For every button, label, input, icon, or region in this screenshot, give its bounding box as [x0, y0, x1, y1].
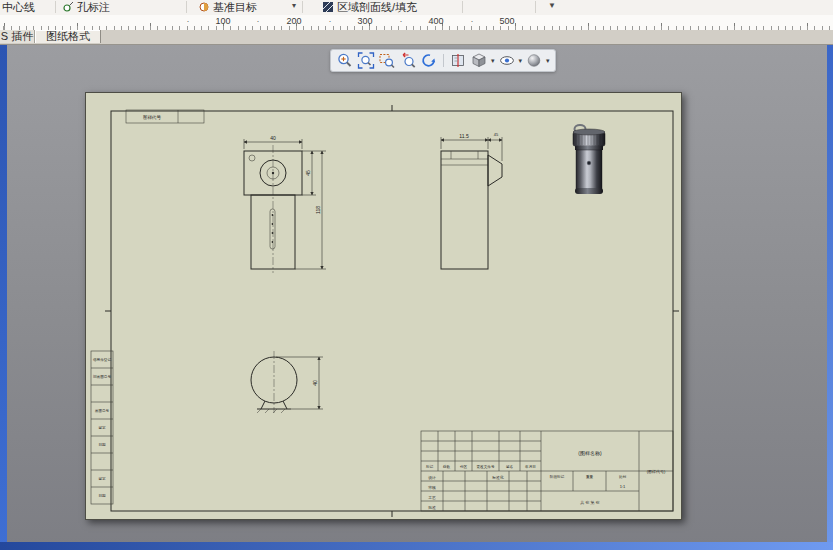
dim-side-cone: 45 — [494, 132, 499, 137]
scale-value: 1:1 — [620, 484, 626, 489]
drawing-sheet[interactable]: 图样代号 40 45 — [85, 92, 682, 520]
left-table-row: 借用件登记 — [93, 357, 111, 362]
weight-label: 重量 — [586, 474, 594, 479]
flyout-chevron-icon[interactable]: ▾ — [292, 1, 296, 10]
rev-header-cell: 处数 — [443, 464, 451, 469]
rev-header-cell: 分区 — [460, 465, 468, 469]
ruler-mark-400: 400 — [428, 16, 443, 26]
toolbar-overflow-chevron-icon[interactable]: ▼ — [548, 1, 556, 10]
sheet-count: 共 张 第 张 — [580, 500, 599, 505]
ruler-dot: · — [471, 16, 474, 26]
sig-label: 批准 — [428, 505, 436, 510]
tab-addins-label: S 插件 — [1, 30, 33, 42]
ruler-dot: · — [187, 16, 190, 26]
left-table-row: 日期 — [98, 494, 106, 498]
front-view[interactable]: 40 45 118 — [244, 135, 326, 274]
window-frame-left — [0, 44, 7, 550]
toolbar-item-hole-callout[interactable]: 孔标注 — [62, 0, 110, 14]
left-table-row: 日期 — [98, 443, 106, 447]
scale-label: 比例 — [619, 475, 627, 479]
toolbar-separator — [302, 1, 303, 13]
title-block: 标记 处数 分区 更改文件号 签名 年月日 设计 审核 工艺 批准 标准化 阶段… — [421, 431, 673, 511]
view-orientation-chevron-icon[interactable]: ▾ — [491, 52, 495, 69]
area-hatch-icon — [322, 1, 334, 13]
view-orientation-cube-icon[interactable] — [470, 52, 488, 69]
left-margin-table: 借用件登记 旧底图总号 底图总号 签字 日期 签字 日期 — [91, 351, 113, 504]
sphere-view[interactable]: 40 — [251, 351, 323, 413]
section-view-icon[interactable] — [449, 52, 467, 69]
toolbar-separator — [186, 1, 187, 13]
left-table-row: 旧底图总号 — [93, 374, 111, 379]
datum-target-icon — [198, 1, 210, 13]
heads-up-view-toolbar: ▾ ▾ ▾ — [330, 49, 556, 72]
standardization-label: 标准化 — [491, 475, 504, 480]
dim-front-head-height: 45 — [305, 170, 311, 176]
hole-callout-icon — [62, 1, 74, 13]
previous-view-icon[interactable] — [399, 52, 417, 69]
toolbar-item-label: 中心线 — [2, 0, 35, 14]
left-table-row: 签字 — [98, 425, 106, 430]
ruler-mark-200: 200 — [286, 16, 301, 26]
drawing-code: (图样代号) — [647, 469, 666, 474]
ruler-dot: · — [400, 16, 403, 26]
rev-header-cell: 更改文件号 — [477, 464, 495, 469]
annotation-toolbar: 中心线 孔标注 基准目标 ▾ 区域剖面线/填充 ▼ — [0, 0, 833, 16]
sig-label: 审核 — [428, 485, 436, 490]
zoom-to-fit-icon[interactable] — [357, 52, 375, 69]
dim-sphere-height: 40 — [312, 380, 318, 386]
rotate-view-icon[interactable] — [420, 52, 438, 69]
display-style-chevron-icon[interactable]: ▾ — [546, 52, 550, 69]
hud-separator — [443, 54, 444, 67]
rev-header-cell: 标记 — [425, 464, 434, 469]
ruler-dot: · — [257, 16, 260, 26]
horizontal-ruler: · 100 · 200 · 300 · 400 · 500 — [0, 15, 833, 31]
tab-sheet-format-label: 图纸格式 — [46, 30, 90, 42]
dim-side-width: 11.5 — [459, 133, 469, 139]
drawing-name: (图样名称) — [578, 450, 602, 457]
isometric-3d-view[interactable] — [573, 125, 605, 194]
window-frame-bottom — [0, 542, 833, 550]
sheet-tabs-bar: S 插件 图纸格式 — [0, 30, 833, 45]
sig-label: 设计 — [428, 475, 436, 480]
side-view[interactable]: 11.5 45 — [441, 132, 502, 270]
toolbar-item-centerline[interactable]: 中心线 — [2, 0, 35, 14]
toolbar-separator — [462, 1, 463, 13]
sheet-linework: 图样代号 40 45 — [86, 93, 681, 519]
display-style-sphere-icon[interactable] — [525, 52, 543, 69]
corner-label: 图样代号 — [143, 115, 162, 120]
sig-label: 工艺 — [428, 495, 436, 500]
hide-show-items-chevron-icon[interactable]: ▾ — [519, 52, 523, 69]
ruler-dot: · — [329, 16, 332, 26]
zoom-in-out-icon[interactable] — [336, 52, 354, 69]
left-table-row: 底图总号 — [95, 408, 110, 413]
rev-header-cell: 年月日 — [525, 465, 536, 469]
toolbar-item-label: 区域剖面线/填充 — [337, 0, 417, 14]
ruler-mark-300: 300 — [357, 16, 372, 26]
tab-addins[interactable]: S 插件 — [0, 30, 35, 43]
toolbar-item-label: 孔标注 — [77, 0, 110, 14]
dim-front-total-height: 118 — [315, 206, 321, 214]
toolbar-separator — [535, 1, 536, 13]
corner-label-box: 图样代号 — [126, 110, 204, 123]
ruler-mark-100: 100 — [215, 16, 230, 26]
toolbar-separator — [55, 1, 56, 13]
window-frame-right — [827, 44, 833, 550]
toolbar-item-label: 基准目标 — [213, 0, 257, 14]
stage-label: 阶段标记 — [550, 474, 565, 479]
left-table-row: 签字 — [98, 476, 106, 481]
zoom-to-area-icon[interactable] — [378, 52, 396, 69]
toolbar-item-datum-target[interactable]: 基准目标 — [198, 0, 257, 14]
hide-show-items-eye-icon[interactable] — [498, 52, 516, 69]
tab-sheet-format[interactable]: 图纸格式 — [35, 30, 101, 43]
toolbar-item-area-hatch[interactable]: 区域剖面线/填充 — [322, 0, 417, 14]
dim-front-width: 40 — [270, 135, 276, 141]
rev-header-cell: 签名 — [506, 465, 513, 469]
ruler-mark-500: 500 — [499, 16, 514, 26]
